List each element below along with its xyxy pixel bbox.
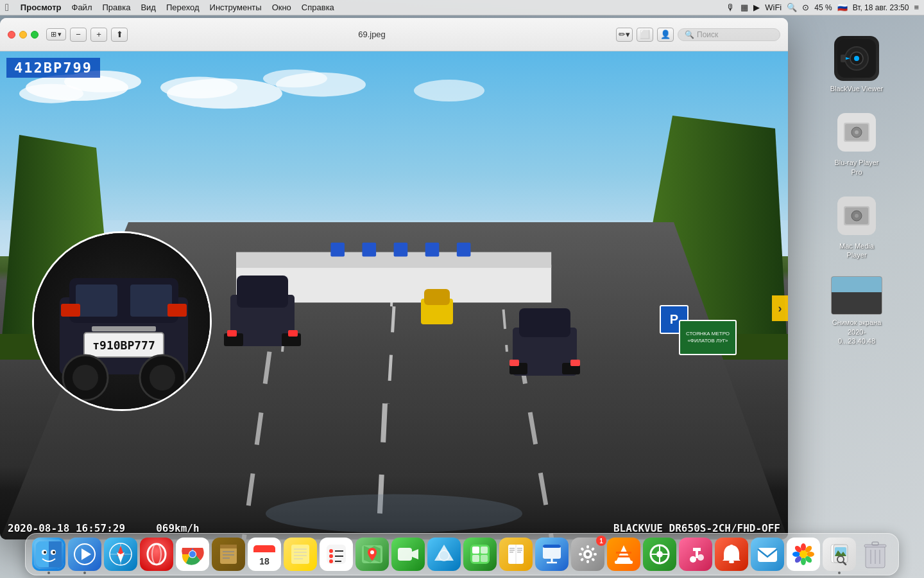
dock-item-photos[interactable]: [787, 538, 820, 571]
search-placeholder: Поиск: [697, 30, 718, 39]
view-mode-button[interactable]: ⊞ ▾: [46, 28, 66, 40]
svg-marker-87: [81, 548, 91, 560]
svg-point-114: [329, 549, 333, 553]
dock-item-sysprefs[interactable]: 1: [571, 538, 604, 571]
svg-point-163: [690, 556, 696, 563]
zoom-in-button[interactable]: +: [90, 28, 107, 42]
dock-item-rottenwood[interactable]: [643, 538, 676, 571]
zoom-circle: т910ВР777: [32, 231, 212, 411]
svg-rect-137: [517, 550, 522, 551]
desktop-icon-blackvue[interactable]: BlackVue Viewer: [825, 31, 889, 98]
search-box[interactable]: 🔍 Поиск: [678, 28, 780, 41]
desktop-sidebar: BlackVue Viewer Blu-ray Player Pro: [789, 18, 924, 551]
menubar-right: 🎙 ▦ ▶ WiFi 🔍 ⊙ 45 % 🇷🇺 Вт, 18 авг. 23:50…: [726, 3, 919, 13]
zoom-content: т910ВР777: [34, 233, 210, 409]
mediaplayer-icon: [834, 193, 879, 238]
menu-help[interactable]: Справка: [296, 3, 339, 12]
dock-item-safari[interactable]: [104, 538, 137, 571]
menubar:  Просмотр Файл Правка Вид Переход Инстр…: [0, 0, 924, 15]
crop-button[interactable]: ⬜: [637, 28, 653, 42]
dock-item-trash[interactable]: [859, 538, 892, 571]
zoom-out-button[interactable]: −: [70, 28, 87, 42]
cpu-icon[interactable]: ▦: [740, 3, 748, 12]
dock-item-maps[interactable]: [355, 538, 389, 571]
svg-rect-154: [616, 552, 631, 554]
search-glass-icon: 🔍: [685, 30, 694, 39]
desktop:  Просмотр Файл Правка Вид Переход Инстр…: [0, 0, 924, 578]
dock-item-opera[interactable]: [140, 538, 173, 571]
menu-app[interactable]: Просмотр: [15, 3, 67, 12]
svg-point-144: [586, 552, 590, 556]
fullscreen-button[interactable]: [31, 31, 38, 39]
dock-item-vlc[interactable]: [607, 538, 640, 571]
svg-text:т910ВР777: т910ВР777: [92, 338, 155, 352]
preview-active-dot: [838, 572, 841, 574]
dock-item-numbers[interactable]: [463, 538, 497, 571]
dock-item-launchpad[interactable]: [68, 538, 101, 571]
svg-point-118: [329, 559, 333, 563]
notification-center-icon[interactable]: ≡: [914, 3, 919, 12]
svg-point-98: [189, 551, 196, 557]
spotlight-icon[interactable]: ⊙: [802, 3, 809, 12]
svg-rect-135: [509, 552, 513, 553]
svg-point-56: [73, 365, 98, 390]
dock-item-mail[interactable]: [751, 538, 784, 571]
preview-window: ⊞ ▾ − + ⬆ 69.jpeg ✏ ▾: [0, 18, 788, 539]
menu-edit[interactable]: Правка: [97, 3, 135, 12]
blue-nav-arrow: ›: [772, 295, 788, 321]
menu-window[interactable]: Окно: [267, 3, 296, 12]
svg-rect-140: [543, 545, 561, 548]
dock-item-facetime[interactable]: [391, 538, 425, 571]
desktop-icon-screenshot[interactable]: Снимок экрана 2020-0...23.40.48: [825, 271, 889, 351]
apple-menu[interactable]: : [5, 2, 9, 13]
dock-item-reminders[interactable]: [320, 538, 353, 571]
svg-marker-124: [412, 549, 418, 559]
svg-point-171: [801, 543, 806, 551]
dock-item-preview[interactable]: [823, 538, 856, 571]
grid-icon: ⊞: [51, 30, 56, 39]
dock-item-finder[interactable]: [32, 538, 65, 571]
dock-item-notefile[interactable]: [212, 538, 245, 571]
svg-rect-108: [291, 545, 309, 564]
dock-item-itunes[interactable]: [679, 538, 712, 571]
search-icon[interactable]: 🔍: [787, 3, 797, 12]
svg-rect-128: [481, 547, 488, 554]
battery-indicator: 45 %: [814, 3, 832, 12]
image-area: P СТОЯНКА МЕТРО«ФИЛАТОВ ЛУГ» 412BP799: [0, 51, 788, 539]
dock-item-notes[interactable]: [284, 538, 317, 571]
dock: 18: [25, 533, 899, 575]
dock-item-notifyme[interactable]: [715, 538, 748, 571]
desktop-icon-mediaplayer[interactable]: Mac Media Player: [825, 188, 889, 265]
svg-rect-123: [398, 548, 412, 561]
svg-point-179: [800, 550, 807, 558]
close-button[interactable]: [8, 31, 15, 39]
svg-point-158: [656, 551, 663, 557]
share-icon: ⬆: [116, 30, 123, 39]
airplay-icon[interactable]: ▶: [753, 3, 760, 12]
share-button[interactable]: ⬆: [111, 28, 128, 42]
siri-icon[interactable]: 🎙: [726, 3, 735, 13]
menu-file[interactable]: Файл: [67, 3, 98, 12]
desktop-icon-bluray[interactable]: Blu-ray Player Pro: [825, 105, 889, 182]
svg-rect-47: [76, 285, 117, 317]
plate-overlay-top: 412BP799: [6, 58, 100, 78]
menu-view[interactable]: Вид: [135, 3, 161, 12]
person-button[interactable]: 👤: [657, 28, 674, 42]
svg-point-94: [152, 544, 161, 565]
annotate-button[interactable]: ✏ ▾: [616, 28, 633, 42]
road-sign: СТОЯНКА МЕТРО«ФИЛАТОВ ЛУГ»: [679, 320, 737, 355]
menu-tools[interactable]: Инструменты: [205, 3, 267, 12]
dock-item-chrome[interactable]: [176, 538, 209, 571]
svg-rect-136: [517, 548, 522, 549]
dock-item-keynote[interactable]: [535, 538, 569, 571]
svg-point-84: [44, 551, 46, 554]
dock-item-ibooks[interactable]: [499, 538, 533, 571]
wifi-icon[interactable]: WiFi: [765, 3, 782, 12]
svg-rect-150: [591, 547, 595, 551]
menu-go[interactable]: Переход: [161, 3, 205, 12]
dock-item-calendar[interactable]: 18: [248, 538, 281, 571]
minimize-button[interactable]: [19, 31, 27, 39]
svg-text:18: 18: [259, 556, 270, 566]
svg-rect-81: [36, 541, 49, 567]
dock-item-pixelmator[interactable]: [427, 538, 461, 571]
